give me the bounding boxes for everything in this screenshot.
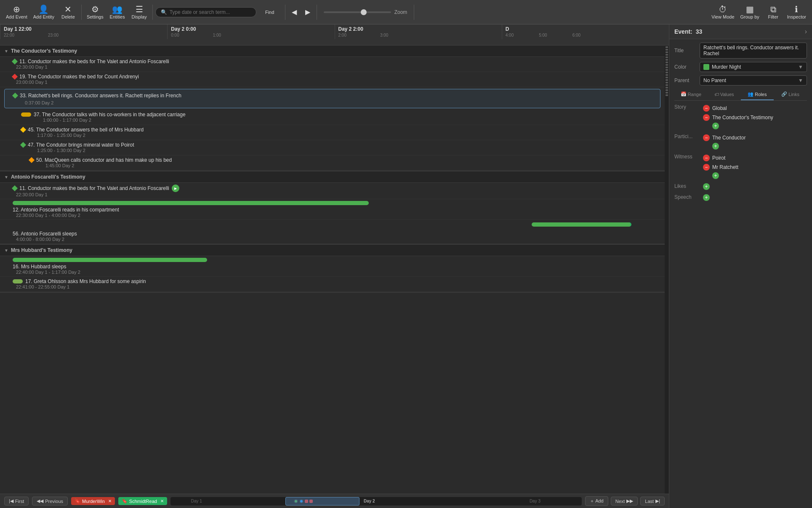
event-number: 33 bbox=[696, 28, 703, 35]
view-mode-icon: ⏱ bbox=[719, 5, 727, 13]
filter-button[interactable]: ⧉ Filter bbox=[763, 2, 784, 23]
story-role-label: Story bbox=[674, 104, 700, 110]
add-witness-role[interactable]: + bbox=[712, 172, 719, 179]
add-participant-role[interactable]: + bbox=[712, 143, 719, 150]
likes-role-row: Likes + bbox=[674, 183, 807, 190]
story-role-row: Story − Global − The Conductor's Testimo… bbox=[674, 104, 807, 129]
remove-witness-poirot[interactable]: − bbox=[703, 155, 710, 161]
add-entity-button[interactable]: 👤 Add Entity bbox=[31, 2, 57, 23]
title-field-value[interactable]: Ratchett's bell rings. Conductor answers… bbox=[700, 43, 807, 59]
event-row-16[interactable]: 16. Mrs Hubbard sleeps 22:40:00 Day 1 - … bbox=[0, 256, 665, 277]
event-row-17[interactable]: 17. Greta Ohlsson asks Mrs Hubbard for s… bbox=[0, 277, 665, 292]
event-row-12[interactable]: 12. Antonio Foscarelli reads in his comp… bbox=[0, 199, 665, 220]
group-by-button[interactable]: ▦ Group by bbox=[738, 2, 762, 23]
settings-button[interactable]: ⚙ Settings bbox=[84, 2, 106, 23]
view-mode-button[interactable]: ⏱ View Mode bbox=[709, 2, 737, 23]
bottom-bar: |◀ First ◀◀ Previous 🔖 MurderWin ✕ 🔖 Sch… bbox=[0, 494, 669, 508]
tick-4: 4:00 bbox=[506, 33, 514, 37]
next-button[interactable]: Next ▶▶ bbox=[611, 497, 638, 505]
day1-thumb-label: Day 1 bbox=[191, 499, 202, 503]
tab-values[interactable]: 🏷 Values bbox=[708, 89, 741, 100]
zoom-thumb bbox=[361, 9, 367, 15]
bookmark-schmidtread[interactable]: 🔖 SchmidtRead ✕ bbox=[118, 497, 167, 505]
delete-button[interactable]: ✕ Delete bbox=[58, 2, 79, 23]
find-prev-button[interactable]: ◀ bbox=[288, 2, 301, 23]
date-label-4: D bbox=[506, 26, 666, 32]
timeline-thumbnail[interactable]: Day 1 Day 2 Day 3 bbox=[170, 497, 582, 505]
event-label: Event: bbox=[674, 28, 692, 35]
event-row-56[interactable]: 56. Antonio Foscarelli sleeps 4:00:00 - … bbox=[0, 220, 665, 244]
previous-button[interactable]: ◀◀ Previous bbox=[32, 497, 68, 505]
section-foscarelli-header[interactable]: ▼ Antonio Foscarelli's Testimony bbox=[0, 171, 665, 183]
entities-icon: 👥 bbox=[112, 5, 122, 13]
event-time-19: 23:00:00 Day 1 bbox=[16, 80, 665, 85]
event-row-47[interactable]: 47. The Condutor brings mineral water to… bbox=[0, 140, 665, 155]
inspector-chevron[interactable]: › bbox=[805, 28, 807, 35]
tab-roles[interactable]: 👥 Roles bbox=[741, 89, 774, 100]
title-field-label: Title bbox=[674, 48, 696, 53]
inspector-button[interactable]: ℹ Inspector bbox=[785, 2, 809, 23]
add-story-role[interactable]: + bbox=[712, 123, 719, 129]
day3-thumb-label: Day 3 bbox=[530, 499, 540, 503]
scroll-tick-3 bbox=[666, 51, 668, 53]
event-time-16: 22:40:00 Day 1 - 1:17:00 Day 2 bbox=[16, 270, 665, 275]
role-section-witness: Witness − Poirot − Mr Ratchett + bbox=[674, 154, 807, 179]
entities-button[interactable]: 👥 Entities bbox=[107, 2, 128, 23]
find-label: Find bbox=[257, 2, 282, 23]
entities-label: Entities bbox=[110, 14, 125, 19]
tab-links[interactable]: 🔗 Links bbox=[774, 89, 807, 100]
add-button[interactable]: ＋ Add bbox=[585, 496, 608, 506]
event-row-50[interactable]: 50. MacQueen calls conductor and has him… bbox=[0, 155, 665, 171]
display-button[interactable]: ☰ Display bbox=[129, 2, 150, 23]
tab-range[interactable]: 📅 Range bbox=[674, 89, 708, 100]
add-entity-label: Add Entity bbox=[33, 14, 54, 19]
remove-witness-ratchett[interactable]: − bbox=[703, 164, 710, 171]
remove-story-global[interactable]: − bbox=[703, 105, 710, 112]
filter-icon: ⧉ bbox=[770, 5, 776, 13]
add-likes-role[interactable]: + bbox=[703, 183, 710, 190]
section-conductor-header[interactable]: ▼ The Conductor's Testimony bbox=[0, 45, 665, 57]
scroll-tick-8 bbox=[666, 64, 668, 66]
inspector-label: Inspector bbox=[787, 14, 806, 19]
color-picker[interactable]: Murder Night ▼ bbox=[700, 62, 807, 72]
role-section-story: Story − Global − The Conductor's Testimo… bbox=[674, 104, 807, 129]
first-label: First bbox=[15, 499, 24, 504]
event-row-11-conductor[interactable]: 11. Conductor makes the beds for The Val… bbox=[0, 57, 665, 72]
parent-field-row: Parent No Parent ▼ bbox=[674, 75, 807, 86]
add-event-button[interactable]: ⊕ Add Event bbox=[3, 2, 30, 23]
event-row-37[interactable]: 37. The Conductor talks with his co-work… bbox=[0, 110, 665, 125]
remove-story-conductor[interactable]: − bbox=[703, 114, 710, 121]
zoom-slider[interactable] bbox=[324, 11, 391, 13]
tick-0: 0:00 bbox=[171, 33, 179, 37]
event-row-19[interactable]: 19. The Conductor makes the bed for Coun… bbox=[0, 72, 665, 87]
parent-value: No Parent bbox=[703, 78, 726, 83]
event-time-12: 22:30:00 Day 1 - 4:00:00 Day 2 bbox=[16, 213, 665, 218]
remove-participant-conductor[interactable]: − bbox=[703, 134, 710, 141]
timeline-content[interactable]: ▼ The Conductor's Testimony 11. Conducto… bbox=[0, 45, 665, 494]
play-button-11f[interactable]: ▶ bbox=[172, 184, 179, 192]
inspector-event-label: Event: 33 bbox=[674, 28, 702, 35]
parent-select[interactable]: No Parent ▼ bbox=[700, 75, 807, 86]
find-next-button[interactable]: ▶ bbox=[301, 2, 314, 23]
event-row-11-foscarelli[interactable]: 11. Conductor makes the beds for The Val… bbox=[0, 183, 665, 199]
event-title-37: 37. The Conductor talks with his co-work… bbox=[34, 112, 186, 118]
last-button[interactable]: Last ▶| bbox=[640, 497, 665, 505]
main-area: Day 1 22:00 22:00 23:00 Day 2 0:00 0:00 … bbox=[0, 24, 812, 508]
bookmark-schmidtread-close[interactable]: ✕ bbox=[160, 499, 164, 503]
bookmark-murderwin-close[interactable]: ✕ bbox=[108, 499, 112, 503]
event-row-45[interactable]: 45. The Conductor answers the bell of Mr… bbox=[0, 125, 665, 140]
section-hubbard-header[interactable]: ▼ Mrs Hubbard's Testimony bbox=[0, 245, 665, 256]
story-role-items: − Global − The Conductor's Testimony + bbox=[703, 104, 807, 129]
search-input[interactable] bbox=[170, 9, 245, 15]
bookmark-murderwin[interactable]: 🔖 MurderWin ✕ bbox=[71, 497, 115, 505]
event-row-33[interactable]: 33. Ratchett's bell rings. Conductor ans… bbox=[4, 89, 660, 108]
view-mode-label: View Mode bbox=[711, 14, 734, 19]
event-time-47: 1:25:00 - 1:30:00 Day 2 bbox=[16, 148, 665, 153]
first-button[interactable]: |◀ First bbox=[4, 497, 29, 505]
display-icon: ☰ bbox=[136, 5, 143, 13]
add-speech-role[interactable]: + bbox=[703, 194, 710, 201]
story-conductor-text: The Conductor's Testimony bbox=[712, 115, 773, 120]
bar-16 bbox=[13, 258, 207, 262]
diamond-green-33 bbox=[12, 93, 18, 99]
inspector-header: Event: 33 › bbox=[669, 24, 812, 39]
